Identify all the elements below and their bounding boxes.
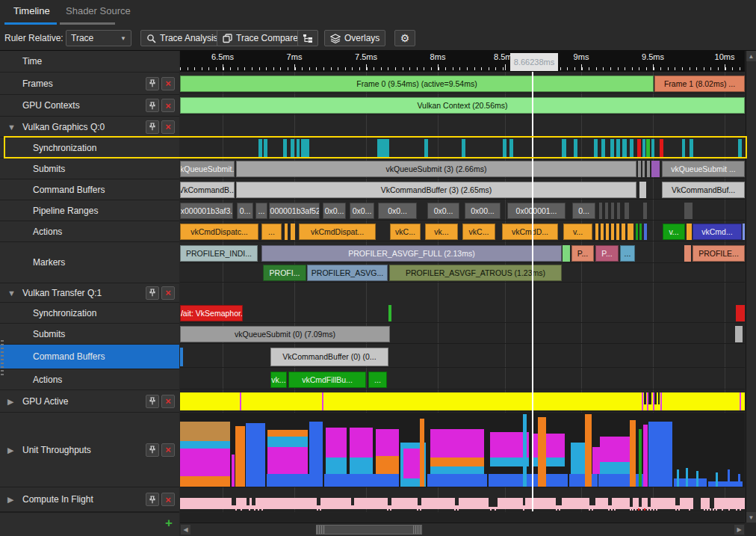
timeline-mark[interactable] bbox=[252, 498, 255, 505]
timeline-bar[interactable]: vkCmdFillBu... bbox=[288, 372, 366, 388]
timeline-bar[interactable]: P... bbox=[571, 245, 594, 262]
timeline-mark[interactable] bbox=[647, 392, 648, 410]
timeline-mark[interactable] bbox=[710, 498, 714, 509]
timeline-bar[interactable]: 0... bbox=[237, 203, 253, 219]
timeline-mark[interactable] bbox=[351, 498, 354, 505]
overlays-button[interactable]: Overlays bbox=[324, 30, 385, 46]
timeline-mark[interactable] bbox=[388, 305, 391, 321]
splitter-grip[interactable] bbox=[1, 340, 4, 378]
sidebar-item-frames[interactable]: Frames× bbox=[0, 73, 179, 95]
timeline-mark[interactable] bbox=[687, 224, 692, 240]
timeline-mark[interactable] bbox=[644, 392, 646, 404]
expander-down-icon[interactable]: ▼ bbox=[7, 289, 16, 298]
timeline-mark[interactable] bbox=[736, 305, 745, 321]
expander-right-icon[interactable]: ▶ bbox=[7, 495, 13, 505]
timeline-bar[interactable]: vkQueueSubmit ... bbox=[662, 161, 745, 177]
timeline-mark[interactable] bbox=[606, 224, 609, 240]
unit-throughputs-row[interactable] bbox=[180, 413, 745, 487]
scroll-right-button[interactable]: ▶ bbox=[734, 525, 744, 535]
timeline-mark[interactable] bbox=[285, 224, 288, 240]
timeline-bar[interactable]: PROFILE... bbox=[693, 245, 745, 262]
timeline-mark[interactable] bbox=[180, 348, 183, 366]
timeline-bar[interactable]: ... bbox=[368, 372, 387, 388]
timeline-mark[interactable] bbox=[653, 392, 654, 410]
timeline-mark[interactable] bbox=[644, 224, 647, 240]
timeline-mark[interactable] bbox=[658, 392, 660, 404]
timeline-bar[interactable]: 0x000001b3af52... bbox=[269, 203, 320, 219]
scroll-thumb-left-handle[interactable] bbox=[317, 526, 325, 534]
tab-shader-source[interactable]: Shader Source bbox=[66, 5, 131, 16]
close-row-button[interactable]: × bbox=[161, 99, 175, 112]
sidebar-item-submits-gfx[interactable]: Submits bbox=[0, 158, 179, 179]
timeline-bar[interactable]: Wait: VkSemaphor... bbox=[180, 305, 243, 321]
timeline-mark[interactable] bbox=[636, 224, 638, 240]
pin-row-button[interactable] bbox=[146, 395, 159, 408]
timeline-bar[interactable]: VkCommandB... bbox=[180, 182, 235, 198]
close-row-button[interactable]: × bbox=[161, 286, 175, 300]
timeline-mark[interactable] bbox=[605, 203, 608, 219]
timeline-mark[interactable] bbox=[616, 224, 619, 240]
timeline-mark[interactable] bbox=[589, 498, 595, 505]
timeline-mark[interactable] bbox=[317, 498, 320, 505]
timeline-bar[interactable]: 0x0... bbox=[323, 203, 346, 219]
close-row-button[interactable]: × bbox=[161, 493, 175, 506]
close-row-button[interactable]: × bbox=[161, 443, 175, 457]
sidebar-item-markers[interactable]: Markers bbox=[0, 242, 179, 283]
timeline-bar[interactable]: v... bbox=[663, 224, 685, 240]
timeline-bar[interactable]: ... bbox=[261, 224, 282, 240]
timeline-mark[interactable] bbox=[611, 203, 614, 219]
timeline-bar[interactable]: 0x000001b3af3... bbox=[180, 203, 233, 219]
timeline-bar[interactable]: PROFILER_ASVG... bbox=[307, 265, 388, 281]
timeline-bar[interactable]: vkCmd... bbox=[693, 224, 742, 240]
timeline-mark[interactable] bbox=[643, 203, 647, 219]
timeline-mark[interactable] bbox=[455, 498, 459, 505]
timeline-bar[interactable]: VkCommandBuffer (0) (0... bbox=[270, 348, 388, 366]
expander-down-icon[interactable]: ▼ bbox=[7, 123, 16, 132]
timeline-mark[interactable] bbox=[599, 203, 602, 219]
timeline-bar[interactable]: Frame 0 (9.54ms) (active=9.54ms) bbox=[180, 76, 654, 92]
timeline-bar[interactable]: VkCommandBuf... bbox=[662, 182, 745, 198]
timeline-mark[interactable] bbox=[648, 498, 651, 507]
pin-row-button[interactable] bbox=[146, 77, 159, 90]
timeline-bar[interactable]: ... bbox=[255, 203, 267, 219]
tab-timeline[interactable]: Timeline bbox=[13, 5, 50, 16]
scroll-thumb-right-handle[interactable] bbox=[413, 526, 421, 534]
timeline-bar[interactable]: vkCmdD... bbox=[502, 224, 558, 240]
sidebar-item-time[interactable]: Time bbox=[0, 51, 179, 73]
pin-row-button[interactable] bbox=[146, 99, 159, 112]
timeline-mark[interactable] bbox=[523, 498, 525, 505]
timeline-bar[interactable]: Vulkan Context (20.56ms) bbox=[180, 97, 745, 114]
timeline-bar[interactable]: ... bbox=[620, 245, 635, 262]
timeline-mark[interactable] bbox=[563, 245, 570, 262]
sidebar-item-submits-transfer[interactable]: Submits bbox=[0, 324, 179, 345]
timeline-bar[interactable]: vkCmdDispatc... bbox=[180, 224, 258, 240]
sidebar-item-gpu-active[interactable]: ▶GPU Active× bbox=[0, 390, 179, 413]
timeline-bar[interactable]: vk... bbox=[425, 224, 458, 240]
timeline-mark[interactable] bbox=[630, 498, 633, 507]
timeline-bar[interactable]: PROFILER_INDI... bbox=[180, 245, 258, 262]
timeline-bar[interactable]: 0x00... bbox=[465, 203, 501, 219]
timeline-mark[interactable] bbox=[291, 224, 295, 240]
timeline-mark[interactable] bbox=[654, 392, 657, 404]
timeline-bar[interactable]: 0x000001... bbox=[507, 203, 566, 219]
scroll-left-button[interactable]: ◀ bbox=[181, 525, 190, 535]
sidebar-item-actions-transfer[interactable]: Actions bbox=[0, 369, 179, 390]
timeline-mark[interactable] bbox=[611, 224, 614, 240]
pin-row-button[interactable] bbox=[146, 493, 159, 506]
timeline-mark[interactable] bbox=[684, 245, 691, 262]
timeline-bar[interactable]: Frame 1 (8.02ms) ... bbox=[654, 76, 745, 92]
timeline-mark[interactable] bbox=[628, 224, 633, 240]
timeline-mark[interactable] bbox=[608, 498, 612, 505]
pin-row-button[interactable] bbox=[146, 443, 159, 457]
timeline-mark[interactable] bbox=[625, 203, 629, 219]
sidebar-item-actions-gfx[interactable]: Actions bbox=[0, 221, 179, 242]
timeline-mark[interactable] bbox=[642, 392, 643, 410]
sidebar-item-command-buffers-gfx[interactable]: Command Buffers bbox=[0, 179, 179, 200]
close-row-button[interactable]: × bbox=[161, 120, 175, 134]
timeline-bar[interactable]: 0x0... bbox=[378, 203, 417, 219]
settings-button[interactable]: ⚙ bbox=[394, 30, 415, 46]
timeline-mark[interactable] bbox=[601, 224, 604, 240]
sidebar-item-vulkan-transfer-q1[interactable]: ▼Vulkan Transfer Q:1× bbox=[0, 283, 179, 303]
timeline-mark[interactable] bbox=[735, 326, 743, 342]
timeline-mark[interactable] bbox=[642, 161, 645, 177]
